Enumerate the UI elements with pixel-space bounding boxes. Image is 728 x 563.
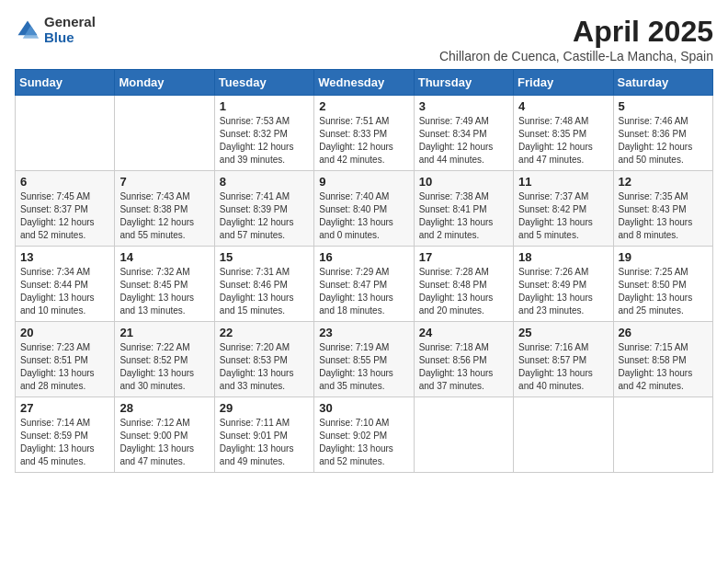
day-number: 8 [220, 175, 309, 189]
calendar-cell: 16Sunrise: 7:29 AMSunset: 8:47 PMDayligh… [314, 247, 414, 322]
day-info: Sunrise: 7:28 AMSunset: 8:48 PMDaylight:… [419, 267, 494, 316]
day-number: 16 [319, 250, 408, 264]
calendar-cell: 22Sunrise: 7:20 AMSunset: 8:53 PMDayligh… [214, 322, 313, 397]
day-info: Sunrise: 7:10 AMSunset: 9:02 PMDaylight:… [319, 418, 393, 466]
calendar-cell: 1Sunrise: 7:53 AMSunset: 8:32 PMDaylight… [214, 96, 313, 171]
day-number: 5 [619, 99, 708, 113]
day-number: 28 [119, 401, 209, 415]
day-number: 27 [20, 401, 109, 415]
calendar-cell: 3Sunrise: 7:49 AMSunset: 8:34 PMDaylight… [414, 96, 513, 171]
day-info: Sunrise: 7:18 AMSunset: 8:56 PMDaylight:… [419, 342, 494, 391]
calendar-cell: 15Sunrise: 7:31 AMSunset: 8:46 PMDayligh… [214, 247, 313, 322]
day-info: Sunrise: 7:32 AMSunset: 8:45 PMDaylight:… [119, 267, 194, 316]
calendar-cell: 4Sunrise: 7:48 AMSunset: 8:35 PMDaylight… [514, 96, 613, 171]
day-number: 6 [20, 175, 109, 189]
logo: General Blue [15, 15, 96, 45]
day-number: 11 [518, 175, 608, 189]
day-number: 13 [20, 250, 109, 264]
day-number: 2 [319, 99, 408, 113]
calendar-cell: 29Sunrise: 7:11 AMSunset: 9:01 PMDayligh… [214, 397, 313, 473]
calendar-body: 1Sunrise: 7:53 AMSunset: 8:32 PMDaylight… [16, 96, 713, 473]
calendar-week-row: 6Sunrise: 7:45 AMSunset: 8:37 PMDaylight… [16, 171, 713, 247]
calendar-cell: 19Sunrise: 7:25 AMSunset: 8:50 PMDayligh… [613, 247, 712, 322]
day-info: Sunrise: 7:41 AMSunset: 8:39 PMDaylight:… [220, 191, 294, 240]
calendar-cell: 25Sunrise: 7:16 AMSunset: 8:57 PMDayligh… [514, 322, 613, 397]
day-info: Sunrise: 7:37 AMSunset: 8:42 PMDaylight:… [518, 191, 593, 240]
day-info: Sunrise: 7:25 AMSunset: 8:50 PMDaylight:… [619, 267, 693, 316]
day-info: Sunrise: 7:49 AMSunset: 8:34 PMDaylight:… [419, 116, 494, 165]
calendar-week-row: 27Sunrise: 7:14 AMSunset: 8:59 PMDayligh… [16, 397, 713, 473]
day-info: Sunrise: 7:38 AMSunset: 8:41 PMDaylight:… [419, 191, 494, 240]
day-info: Sunrise: 7:20 AMSunset: 8:53 PMDaylight:… [220, 342, 294, 391]
day-info: Sunrise: 7:43 AMSunset: 8:38 PMDaylight:… [119, 191, 194, 240]
day-info: Sunrise: 7:14 AMSunset: 8:59 PMDaylight:… [20, 418, 95, 466]
calendar-header: SundayMondayTuesdayWednesdayThursdayFrid… [16, 70, 713, 96]
day-number: 12 [619, 175, 708, 189]
day-number: 15 [220, 250, 309, 264]
day-info: Sunrise: 7:23 AMSunset: 8:51 PMDaylight:… [20, 342, 95, 391]
logo-general-text: General [44, 15, 96, 30]
day-info: Sunrise: 7:53 AMSunset: 8:32 PMDaylight:… [220, 116, 294, 165]
day-info: Sunrise: 7:40 AMSunset: 8:40 PMDaylight:… [319, 191, 393, 240]
day-info: Sunrise: 7:16 AMSunset: 8:57 PMDaylight:… [518, 342, 593, 391]
day-number: 3 [419, 99, 508, 113]
day-number: 19 [619, 250, 708, 264]
calendar-week-row: 13Sunrise: 7:34 AMSunset: 8:44 PMDayligh… [16, 247, 713, 322]
day-number: 29 [220, 401, 309, 415]
calendar-cell: 24Sunrise: 7:18 AMSunset: 8:56 PMDayligh… [414, 322, 513, 397]
calendar-cell: 6Sunrise: 7:45 AMSunset: 8:37 PMDaylight… [16, 171, 115, 247]
day-info: Sunrise: 7:45 AMSunset: 8:37 PMDaylight:… [20, 191, 95, 240]
calendar-cell: 5Sunrise: 7:46 AMSunset: 8:36 PMDaylight… [613, 96, 712, 171]
month-title: April 2025 [439, 15, 713, 49]
calendar-cell: 17Sunrise: 7:28 AMSunset: 8:48 PMDayligh… [414, 247, 513, 322]
calendar-cell: 30Sunrise: 7:10 AMSunset: 9:02 PMDayligh… [314, 397, 414, 473]
calendar-cell: 12Sunrise: 7:35 AMSunset: 8:43 PMDayligh… [613, 171, 712, 247]
location-title: Chillaron de Cuenca, Castille-La Mancha,… [439, 49, 713, 63]
calendar-cell [16, 96, 115, 171]
day-number: 7 [119, 175, 209, 189]
day-number: 17 [419, 250, 508, 264]
day-number: 4 [518, 99, 608, 113]
day-number: 30 [319, 401, 408, 415]
day-info: Sunrise: 7:46 AMSunset: 8:36 PMDaylight:… [619, 116, 693, 165]
day-info: Sunrise: 7:34 AMSunset: 8:44 PMDaylight:… [20, 267, 95, 316]
day-number: 26 [619, 326, 708, 339]
weekday-header: Thursday [414, 70, 513, 96]
calendar-cell: 7Sunrise: 7:43 AMSunset: 8:38 PMDaylight… [115, 171, 214, 247]
day-info: Sunrise: 7:19 AMSunset: 8:55 PMDaylight:… [319, 342, 393, 391]
day-info: Sunrise: 7:31 AMSunset: 8:46 PMDaylight:… [220, 267, 294, 316]
day-number: 14 [119, 250, 209, 264]
day-number: 23 [319, 326, 408, 339]
day-info: Sunrise: 7:35 AMSunset: 8:43 PMDaylight:… [619, 191, 693, 240]
day-info: Sunrise: 7:11 AMSunset: 9:01 PMDaylight:… [220, 418, 294, 466]
calendar-cell [414, 397, 513, 473]
day-number: 24 [419, 326, 508, 339]
calendar-cell: 9Sunrise: 7:40 AMSunset: 8:40 PMDaylight… [314, 171, 414, 247]
calendar-cell: 21Sunrise: 7:22 AMSunset: 8:52 PMDayligh… [115, 322, 214, 397]
weekday-header: Friday [514, 70, 613, 96]
title-area: April 2025 Chillaron de Cuenca, Castille… [439, 15, 713, 63]
day-info: Sunrise: 7:22 AMSunset: 8:52 PMDaylight:… [119, 342, 194, 391]
calendar-cell: 10Sunrise: 7:38 AMSunset: 8:41 PMDayligh… [414, 171, 513, 247]
calendar-cell: 26Sunrise: 7:15 AMSunset: 8:58 PMDayligh… [613, 322, 712, 397]
weekday-header: Tuesday [214, 70, 313, 96]
day-number: 20 [20, 326, 109, 339]
day-info: Sunrise: 7:29 AMSunset: 8:47 PMDaylight:… [319, 267, 393, 316]
calendar-cell: 28Sunrise: 7:12 AMSunset: 9:00 PMDayligh… [115, 397, 214, 473]
calendar-cell [514, 397, 613, 473]
calendar-cell: 14Sunrise: 7:32 AMSunset: 8:45 PMDayligh… [115, 247, 214, 322]
weekday-header: Wednesday [314, 70, 414, 96]
day-number: 25 [518, 326, 608, 339]
calendar-week-row: 1Sunrise: 7:53 AMSunset: 8:32 PMDaylight… [16, 96, 713, 171]
day-number: 10 [419, 175, 508, 189]
day-info: Sunrise: 7:12 AMSunset: 9:00 PMDaylight:… [119, 418, 194, 466]
calendar-cell: 18Sunrise: 7:26 AMSunset: 8:49 PMDayligh… [514, 247, 613, 322]
day-info: Sunrise: 7:15 AMSunset: 8:58 PMDaylight:… [619, 342, 693, 391]
calendar-cell: 2Sunrise: 7:51 AMSunset: 8:33 PMDaylight… [314, 96, 414, 171]
day-info: Sunrise: 7:26 AMSunset: 8:49 PMDaylight:… [518, 267, 593, 316]
weekday-header: Sunday [16, 70, 115, 96]
header: General Blue April 2025 Chillaron de Cue… [15, 15, 713, 63]
calendar-cell [115, 96, 214, 171]
calendar-cell [613, 397, 712, 473]
day-number: 21 [119, 326, 209, 339]
